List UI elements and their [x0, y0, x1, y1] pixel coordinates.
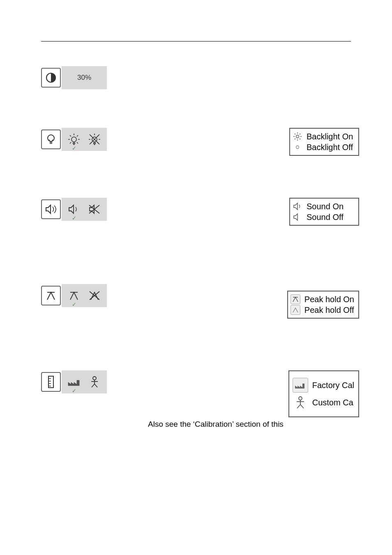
legend-row-backlight-off: Backlight Off — [293, 142, 354, 153]
svg-point-2 — [71, 137, 76, 142]
sound-options: ✓ — [62, 198, 107, 221]
legend-label: Sound On — [307, 201, 344, 212]
legend-backlight: Backlight On Backlight Off — [289, 128, 359, 156]
legend-label: Backlight On — [307, 131, 353, 142]
svg-line-29 — [300, 405, 304, 408]
bulb-off-icon — [88, 132, 101, 146]
speaker-off-icon — [88, 204, 101, 215]
peak-on-legend-icon — [291, 294, 300, 304]
legend-row-cal-custom: Custom Ca — [293, 395, 354, 410]
legend-label: Factory Cal — [312, 380, 354, 391]
contrast-value-box: 30% — [62, 66, 107, 89]
peak-option-off — [87, 288, 102, 303]
contrast-icon-box — [41, 68, 61, 88]
factory-icon — [67, 377, 81, 386]
cal-option-custom — [87, 375, 102, 389]
cal-icon-box — [41, 372, 61, 392]
legend-label: Peak hold On — [304, 294, 354, 305]
check-icon: ✓ — [72, 388, 76, 393]
bulb-on-icon — [67, 132, 81, 146]
legend-row-backlight-on: Backlight On — [293, 131, 354, 142]
row-calibration: ✓ — [41, 370, 351, 403]
person-icon — [90, 376, 99, 388]
peak-option-on: ✓ — [67, 288, 81, 303]
check-icon: ✓ — [72, 215, 76, 221]
cal-option-factory: ✓ — [67, 375, 81, 389]
calibration-note: Also see the ‘Calibration’ section of th… — [148, 420, 351, 429]
sound-on-legend-icon — [293, 201, 302, 211]
person-legend-icon — [293, 395, 308, 410]
peak-off-legend-icon — [291, 305, 300, 315]
menu-item-peak-hold: ✓ — [41, 284, 107, 307]
peak-on-icon — [69, 290, 79, 301]
legend-label: Backlight Off — [307, 142, 353, 153]
row-peak-hold: ✓ — [41, 284, 351, 317]
contrast-icon — [45, 72, 57, 84]
svg-point-7 — [296, 146, 299, 149]
header-rule — [41, 41, 351, 42]
svg-line-24 — [95, 384, 97, 387]
legend-label: Peak hold Off — [304, 305, 354, 315]
backlight-on-legend-icon — [293, 132, 302, 141]
sound-icon-box — [41, 199, 61, 219]
sound-option-on: ✓ — [67, 202, 81, 217]
menu-item-sound: ✓ — [41, 198, 107, 221]
legend-row-sound-on: Sound On — [293, 201, 354, 212]
menu-item-contrast: 30% — [41, 66, 107, 89]
factory-legend-icon — [293, 378, 308, 393]
row-contrast: 30% — [41, 66, 351, 99]
svg-point-1 — [48, 135, 54, 141]
backlight-off-legend-icon — [293, 142, 302, 152]
menu-item-calibration: ✓ — [41, 370, 107, 393]
backlight-icon-box — [41, 130, 61, 149]
svg-line-23 — [92, 384, 95, 387]
peak-icon-box — [41, 286, 61, 305]
scale-icon — [47, 375, 55, 388]
check-icon: ✓ — [72, 302, 76, 307]
peak-icon — [46, 290, 56, 301]
backlight-option-on: ✓ — [67, 132, 81, 147]
legend-row-sound-off: Sound Off — [293, 212, 354, 222]
legend-label: Sound Off — [307, 212, 344, 222]
menu-item-backlight: ✓ — [41, 128, 107, 151]
speaker-icon — [45, 204, 57, 215]
svg-line-28 — [297, 405, 300, 408]
peak-options: ✓ — [62, 284, 107, 307]
svg-point-25 — [299, 397, 302, 400]
page: 30% — [0, 0, 392, 555]
speaker-on-icon — [68, 204, 80, 215]
sound-off-legend-icon — [293, 212, 302, 222]
row-sound: ✓ — [41, 198, 351, 231]
legend-label: Custom Ca — [312, 397, 353, 408]
svg-point-6 — [296, 135, 299, 138]
contrast-value: 30% — [77, 74, 91, 82]
bulb-icon — [46, 133, 56, 146]
svg-point-20 — [93, 377, 96, 380]
legend-calibration: Factory Cal Custom Ca — [288, 370, 359, 417]
legend-row-cal-factory: Factory Cal — [293, 378, 354, 393]
backlight-options: ✓ — [62, 128, 107, 151]
legend-row-peak-off: Peak hold Off — [291, 305, 354, 315]
cal-options: ✓ — [62, 370, 107, 393]
check-icon: ✓ — [72, 146, 76, 151]
legend-row-peak-on: Peak hold On — [291, 294, 354, 305]
legend-peak-hold: Peak hold On Peak hold Off — [287, 291, 359, 319]
backlight-option-off — [87, 132, 102, 147]
row-backlight: ✓ — [41, 128, 351, 161]
peak-off-icon — [88, 290, 101, 301]
sound-option-off — [87, 202, 102, 217]
legend-sound: Sound On Sound Off — [289, 198, 359, 226]
